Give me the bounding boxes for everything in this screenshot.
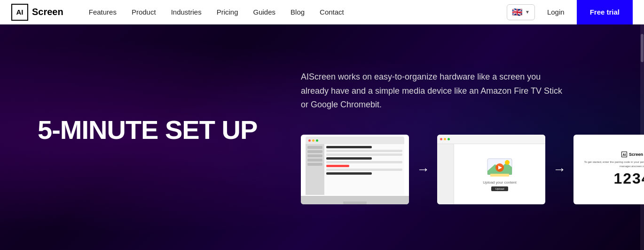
laptop-sidebar xyxy=(306,144,324,195)
step3-content: AI Screen To get started, enter the pair… xyxy=(573,135,644,204)
laptop-base xyxy=(301,196,409,204)
sidebar-mock-2 xyxy=(307,150,322,153)
step-arrow-1: → xyxy=(416,162,430,177)
step-3-card: AI Screen To get started, enter the pair… xyxy=(573,135,644,204)
step2-dot-red xyxy=(440,138,442,140)
mock-row-2 xyxy=(326,150,402,152)
nav-pricing[interactable]: Pricing xyxy=(210,5,245,19)
sidebar-mock-5 xyxy=(307,163,322,166)
step-2-card: Upload your content Upload xyxy=(437,135,545,204)
sidebar-mock-4 xyxy=(307,159,322,161)
nav-blog[interactable]: Blog xyxy=(284,5,311,19)
logo-icon: AI xyxy=(11,4,28,21)
free-trial-button[interactable]: Free trial xyxy=(577,0,633,24)
nav-product[interactable]: Product xyxy=(125,5,163,19)
flag-icon: 🇬🇧 xyxy=(512,7,522,17)
upload-button-mock: Upload xyxy=(491,186,508,191)
step3-logo-text: Screen xyxy=(629,152,643,157)
login-link[interactable]: Login xyxy=(542,5,569,19)
step3-logo-icon: AI xyxy=(621,152,627,157)
step2-body: Upload your content Upload xyxy=(437,144,545,204)
mock-row-4 xyxy=(326,157,372,160)
mock-row-8 xyxy=(326,172,372,175)
step2-sidebar xyxy=(437,144,454,204)
upload-icon-area xyxy=(487,158,513,177)
step2-header xyxy=(437,135,545,144)
dot-green xyxy=(316,139,318,142)
step2-dot-yellow xyxy=(444,138,446,140)
laptop-notch xyxy=(343,202,367,204)
dot-red xyxy=(308,139,311,142)
svg-point-2 xyxy=(505,160,510,165)
nav-links: Features Product Industries Pricing Guid… xyxy=(82,5,507,19)
pairing-code: 1234 xyxy=(613,170,644,187)
step-arrow-2: → xyxy=(553,162,566,177)
mock-row-5 xyxy=(326,161,402,163)
laptop-screen xyxy=(306,137,404,195)
hero-description: AIScreen works on easy-to-organize hardw… xyxy=(301,70,564,112)
upload-icon xyxy=(487,158,513,177)
hero-section: 5-MINUTE SET UP AIScreen works on easy-t… xyxy=(0,24,644,250)
nav-features[interactable]: Features xyxy=(82,5,123,19)
hero-left: 5-MINUTE SET UP xyxy=(38,115,282,160)
nav-industries[interactable]: Industries xyxy=(165,5,208,19)
upload-label: Upload your content xyxy=(483,180,517,185)
chevron-down-icon: ▼ xyxy=(525,9,530,15)
logo-link[interactable]: AI Screen xyxy=(11,4,63,21)
svg-rect-5 xyxy=(490,174,509,177)
laptop-header xyxy=(306,137,404,144)
step3-instruction: To get started, enter the pairing code i… xyxy=(579,160,644,168)
step2-dot-green xyxy=(448,138,450,140)
sidebar-mock-3 xyxy=(307,154,322,157)
navbar: AI Screen Features Product Industries Pr… xyxy=(0,0,644,24)
step2-content: Upload your content Upload xyxy=(437,135,545,204)
step-1-card xyxy=(301,135,409,204)
dot-yellow xyxy=(312,139,314,142)
mock-row-3 xyxy=(326,153,402,156)
logo-text: Screen xyxy=(32,7,63,17)
laptop-mockup xyxy=(301,135,409,204)
language-selector[interactable]: 🇬🇧 ▼ xyxy=(507,4,535,20)
nav-right: 🇬🇧 ▼ Login Free trial xyxy=(507,0,633,24)
laptop-main-area xyxy=(324,144,404,195)
steps-row: → xyxy=(301,135,644,204)
step3-logo: AI Screen xyxy=(621,152,643,157)
scrollbar-thumb xyxy=(641,34,644,62)
sidebar-mock-1 xyxy=(307,146,322,149)
mock-row-7 xyxy=(326,169,402,171)
hero-title: 5-MINUTE SET UP xyxy=(38,115,282,145)
step2-main: Upload your content Upload xyxy=(454,144,545,204)
nav-guides[interactable]: Guides xyxy=(247,5,283,19)
mock-row-1 xyxy=(326,146,372,148)
nav-contact[interactable]: Contact xyxy=(313,5,351,19)
hero-right: AIScreen works on easy-to-organize hardw… xyxy=(282,70,644,204)
laptop-content xyxy=(306,144,404,195)
mock-row-6 xyxy=(326,165,349,167)
